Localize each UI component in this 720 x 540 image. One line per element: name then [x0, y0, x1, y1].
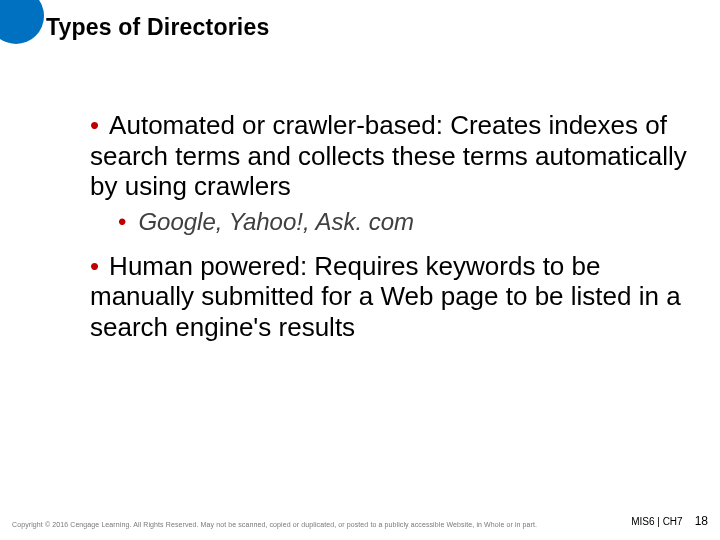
slide-body: •Automated or crawler-based: Creates ind… — [90, 110, 690, 349]
slide: Types of Directories •Automated or crawl… — [0, 0, 720, 540]
chapter-label: MIS6 | CH7 — [631, 516, 683, 527]
slide-title: Types of Directories — [46, 14, 269, 41]
copyright-text: Copyright © 2016 Cengage Learning. All R… — [12, 521, 537, 528]
bullet-subitem-1: •Google, Yahoo!, Ask. com — [118, 208, 690, 237]
bullet-icon: • — [90, 110, 99, 140]
footer-right: MIS6 | CH7 18 — [631, 514, 708, 528]
bullet-item-1: •Automated or crawler-based: Creates ind… — [90, 110, 690, 202]
bullet-icon: • — [118, 208, 126, 235]
bullet-icon: • — [90, 251, 99, 281]
decorative-circle — [0, 0, 44, 44]
page-number: 18 — [695, 514, 708, 528]
bullet-text: Automated or crawler-based: Creates inde… — [90, 110, 687, 201]
bullet-text: Human powered: Requires keywords to be m… — [90, 251, 681, 342]
bullet-item-2: •Human powered: Requires keywords to be … — [90, 251, 690, 343]
footer: Copyright © 2016 Cengage Learning. All R… — [12, 514, 708, 528]
bullet-text: Google, Yahoo!, Ask. com — [138, 208, 414, 235]
